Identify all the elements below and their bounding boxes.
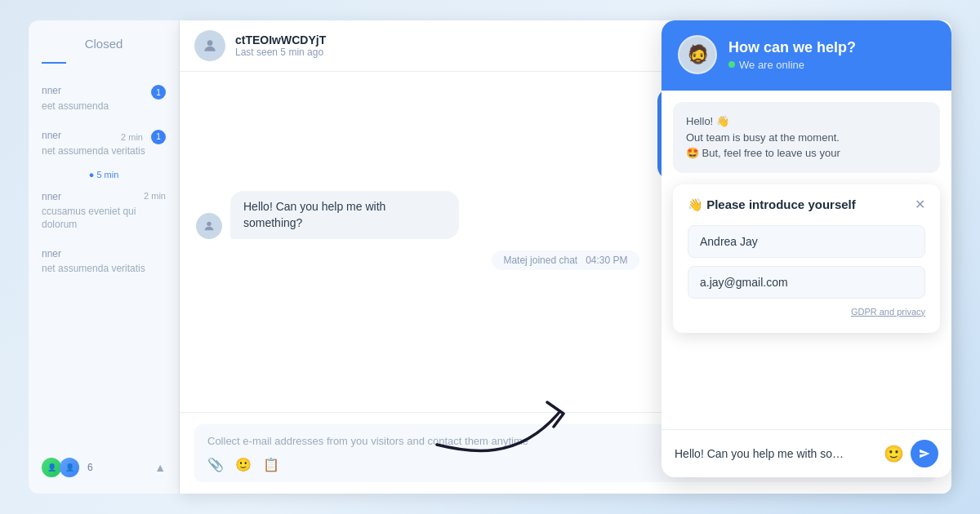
sidebar-item-text: eet assumenda bbox=[42, 100, 166, 113]
user-message-text: Hello! Can you help me with something? bbox=[243, 200, 385, 229]
expand-icon[interactable]: ▲ bbox=[154, 461, 166, 474]
preview-text: Hello! 👋Out team is busy at the moment.🤩… bbox=[686, 115, 840, 159]
sidebar-header: Closed bbox=[29, 37, 179, 51]
widget-header: 🧔 How can we help? We are online bbox=[662, 20, 951, 91]
close-icon[interactable]: ✕ bbox=[915, 198, 925, 211]
sidebar-item-name: nner bbox=[42, 191, 61, 202]
widget-title: How can we help? bbox=[728, 39, 856, 56]
sidebar-item[interactable]: nner net assumenda veritatis bbox=[29, 240, 179, 284]
user-avatar bbox=[196, 213, 222, 239]
sidebar-item-text: net assumenda veritatis bbox=[42, 144, 166, 158]
gdpr-link[interactable]: GDPR and privacy bbox=[688, 307, 925, 317]
introduce-title-text: 👋 Please introduce yourself bbox=[688, 197, 856, 212]
sidebar-item[interactable]: nner 2 min ccusamus eveniet qui dolorum bbox=[29, 183, 179, 241]
online-text: We are online bbox=[739, 59, 804, 71]
sidebar-count: 6 bbox=[87, 462, 93, 473]
sidebar-item-name: nner bbox=[42, 85, 61, 96]
contact-avatar bbox=[194, 30, 225, 61]
widget-header-text: How can we help? We are online bbox=[728, 39, 856, 71]
sidebar-dot: ● 5 min bbox=[29, 166, 179, 183]
sidebar-item-text: net assumenda veritatis bbox=[42, 262, 166, 276]
sidebar-item-text: ccusamus eveniet qui dolorum bbox=[42, 205, 166, 233]
online-indicator bbox=[728, 61, 735, 68]
agent-avatar: 🧔 bbox=[678, 35, 717, 74]
sidebar-divider bbox=[42, 62, 66, 64]
note-icon[interactable]: 📋 bbox=[263, 457, 279, 472]
chat-widget: 🧔 How can we help? We are online Hello! … bbox=[662, 20, 951, 477]
user-bubble: Hello! Can you help me with something? bbox=[230, 191, 459, 239]
email-field[interactable]: a.jay@gmail.com bbox=[688, 266, 925, 299]
widget-online-status: We are online bbox=[728, 59, 856, 71]
sidebar-badge: 1 bbox=[151, 85, 166, 100]
sidebar-item-time: 2 min bbox=[121, 132, 143, 142]
sidebar-item-time: 2 min bbox=[144, 191, 166, 201]
sidebar-item-name: nner bbox=[42, 248, 166, 259]
sidebar-item[interactable]: nner 2 min 1 net assumenda veritatis bbox=[29, 122, 179, 166]
sidebar: Closed nner 1 eet assumenda nner 2 min 1 bbox=[29, 20, 180, 494]
sidebar-bottom: 👤 👤 6 ▲ bbox=[29, 450, 179, 485]
avatar: 👤 bbox=[42, 458, 61, 477]
system-message-time: 04:30 PM bbox=[586, 255, 627, 266]
svg-point-1 bbox=[207, 222, 211, 226]
system-message-pill: Matej joined chat 04:30 PM bbox=[492, 250, 639, 270]
emoji-icon[interactable]: 🙂 bbox=[235, 457, 252, 472]
widget-bottom-input[interactable]: Hello! Can you help me with so… 🙂 bbox=[662, 429, 951, 477]
emoji-button[interactable]: 🙂 bbox=[884, 444, 904, 463]
sidebar-item[interactable]: nner 1 eet assumenda bbox=[29, 77, 179, 122]
sidebar-item-name: nner bbox=[42, 130, 61, 141]
introduce-modal: 👋 Please introduce yourself ✕ Andrea Jay… bbox=[673, 184, 940, 333]
introduce-header: 👋 Please introduce yourself ✕ bbox=[688, 197, 925, 212]
name-field[interactable]: Andrea Jay bbox=[688, 225, 925, 258]
system-message-text: Matej joined chat bbox=[503, 255, 577, 266]
attachment-icon[interactable]: 📎 bbox=[207, 457, 224, 472]
widget-input-message: Hello! Can you help me with so… bbox=[675, 447, 877, 460]
widget-preview-message: Hello! 👋Out team is busy at the moment.🤩… bbox=[673, 102, 940, 173]
svg-point-0 bbox=[207, 40, 213, 46]
avatar: 👤 bbox=[60, 458, 79, 477]
introduce-title: 👋 Please introduce yourself bbox=[688, 197, 856, 212]
sidebar-badge: 1 bbox=[151, 130, 166, 144]
send-button[interactable] bbox=[911, 440, 938, 467]
